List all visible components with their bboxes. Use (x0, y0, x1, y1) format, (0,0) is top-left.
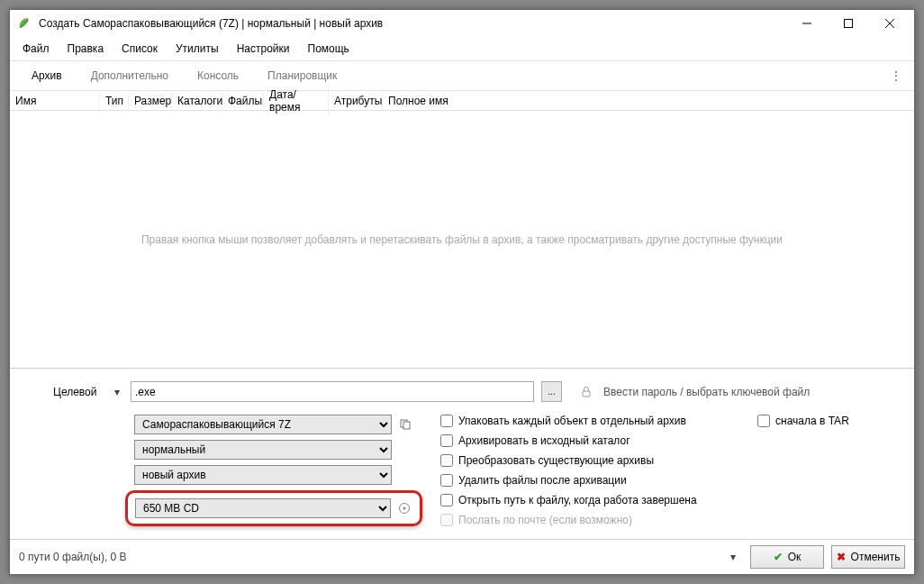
mode-select[interactable]: новый архив (134, 465, 392, 485)
target-row: Целевой ▾ ... Ввести пароль / выбрать кл… (23, 381, 901, 402)
tab-extra[interactable]: Дополнительно (77, 62, 183, 89)
window-title: Создать Самораспаковывающийся (7Z) | нор… (39, 17, 786, 30)
file-drop-area[interactable]: Правая кнопка мыши позволяет добавлять и… (10, 111, 914, 369)
col-type[interactable]: Тип (100, 92, 129, 110)
ok-button[interactable]: ✔Ок (750, 545, 824, 569)
svg-rect-6 (403, 422, 410, 429)
check-mail (440, 514, 453, 526)
maximize-button[interactable] (828, 10, 869, 37)
column-headers: Имя Тип Размер Каталоги Файлы Дата/время… (10, 91, 914, 111)
check-tar[interactable] (757, 415, 770, 427)
check-source-label: Архивировать в исходный каталог (458, 434, 630, 447)
level-select[interactable]: нормальный (134, 440, 392, 460)
ok-label: Ок (788, 551, 802, 563)
check-each[interactable] (440, 415, 453, 427)
more-icon[interactable]: ⋮ (885, 69, 907, 82)
col-name[interactable]: Имя (10, 92, 100, 110)
check-delete-label: Удалить файлы после архивации (458, 474, 627, 487)
tab-console[interactable]: Консоль (183, 62, 253, 89)
chevron-down-icon[interactable]: ▾ (723, 551, 743, 563)
format-select[interactable]: Самораспаковывающийся 7Z (134, 415, 392, 434)
status-text: 0 пути 0 файл(ы), 0 B (19, 551, 716, 563)
check-tar-label: сначала в TAR (775, 415, 849, 427)
bottom-bar: 0 пути 0 файл(ы), 0 B ▾ ✔Ок ✖Отменить (10, 539, 914, 574)
spacer-icon (397, 442, 413, 458)
minimize-button[interactable] (786, 10, 828, 37)
col-files[interactable]: Файлы (222, 92, 264, 110)
x-icon: ✖ (837, 551, 846, 563)
target-input[interactable] (131, 381, 534, 402)
check-source[interactable] (440, 434, 453, 447)
menu-help[interactable]: Помощь (299, 39, 358, 59)
app-icon (17, 16, 32, 31)
check-each-label: Упаковать каждый объект в отдельный архи… (458, 415, 686, 427)
menu-settings[interactable]: Настройки (228, 39, 299, 59)
tab-archive[interactable]: Архив (17, 62, 77, 89)
col-size[interactable]: Размер (129, 92, 172, 110)
svg-point-8 (403, 507, 406, 510)
check-open[interactable] (440, 494, 453, 506)
col-attrs[interactable]: Атрибуты (329, 92, 383, 110)
check-icon: ✔ (774, 551, 783, 563)
check-delete[interactable] (440, 474, 453, 487)
options-columns: Самораспаковывающийся 7Z нормальный новы… (23, 415, 901, 534)
copy-icon[interactable] (397, 416, 413, 433)
menubar: Файл Правка Список Утилиты Настройки Пом… (10, 37, 914, 60)
titlebar: Создать Самораспаковывающийся (7Z) | нор… (10, 10, 914, 37)
right-options: Упаковать каждый объект в отдельный архи… (440, 415, 730, 534)
password-link[interactable]: Ввести пароль / выбрать ключевой файл (603, 386, 810, 398)
left-options: Самораспаковывающийся 7Z нормальный новы… (23, 415, 413, 534)
drop-hint: Правая кнопка мыши позволяет добавлять и… (141, 233, 783, 246)
split-select[interactable]: 650 MB CD (135, 498, 391, 518)
menu-edit[interactable]: Правка (59, 39, 113, 59)
split-highlight: 650 MB CD (125, 490, 422, 526)
check-convert-label: Преобразовать существующие архивы (458, 454, 654, 467)
lock-icon (580, 386, 593, 398)
menu-file[interactable]: Файл (14, 39, 59, 59)
cancel-button[interactable]: ✖Отменить (831, 545, 905, 569)
options-panel: Целевой ▾ ... Ввести пароль / выбрать кл… (10, 369, 914, 539)
app-window: Создать Самораспаковывающийся (7Z) | нор… (9, 9, 915, 575)
check-convert[interactable] (440, 454, 453, 467)
check-mail-label: Послать по почте (если возможно) (458, 514, 632, 526)
target-label: Целевой (23, 386, 104, 398)
menu-list[interactable]: Список (113, 39, 167, 59)
svg-rect-1 (845, 20, 853, 28)
check-open-label: Открыть путь к файлу, когда работа завер… (458, 494, 697, 506)
spacer-icon (397, 467, 413, 483)
disc-icon[interactable] (396, 500, 412, 516)
svg-rect-4 (583, 391, 590, 397)
browse-button[interactable]: ... (541, 381, 562, 402)
col-fullname[interactable]: Полное имя (383, 92, 914, 110)
col-folders[interactable]: Каталоги (172, 92, 222, 110)
menu-utils[interactable]: Утилиты (167, 39, 228, 59)
close-button[interactable] (869, 10, 910, 37)
toolbar: Архив Дополнительно Консоль Планировщик … (10, 60, 914, 91)
far-right-options: сначала в TAR (757, 415, 901, 534)
cancel-label: Отменить (851, 551, 901, 563)
chevron-down-icon[interactable]: ▾ (111, 386, 123, 398)
